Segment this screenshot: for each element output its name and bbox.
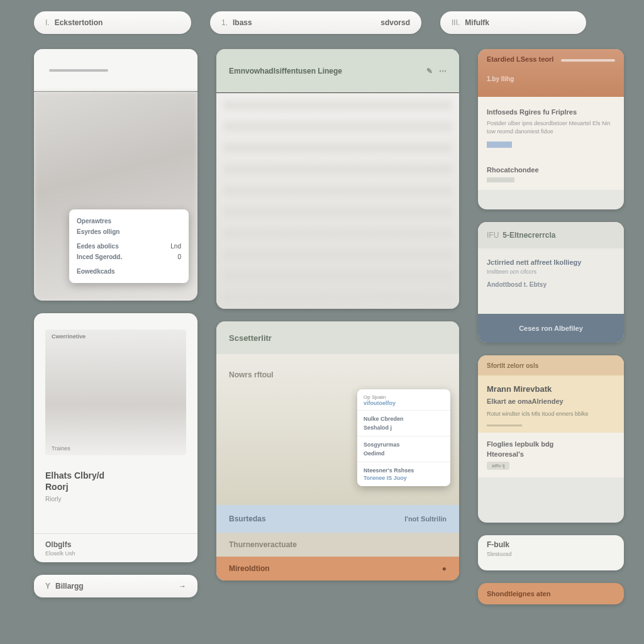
popup-link[interactable]: vifoutoelfoy bbox=[364, 400, 444, 406]
pill-label: Eckstertotion bbox=[55, 18, 103, 27]
dot-icon: ● bbox=[442, 564, 447, 573]
placeholder-line bbox=[49, 69, 108, 72]
section-body: Postder olber ipns desordbetoer Meuartel… bbox=[487, 119, 615, 135]
line-2: Insltteen ocn cifccrs bbox=[487, 269, 615, 275]
popup-menu-a[interactable]: Operawtres Esyrdes ollign Eedes abolicsL… bbox=[69, 209, 189, 283]
strip-label-right: I'not Sultrilin bbox=[404, 515, 447, 523]
card-title: Emnvowhadlsiffentusen Linege bbox=[229, 67, 342, 75]
pill-label: Billargg bbox=[55, 582, 84, 591]
popup-row[interactable]: Esyrdes ollign bbox=[77, 228, 119, 235]
card-subtitle: Elkart ae omaAlriendey bbox=[487, 397, 615, 405]
thumbnail-image: Cwerrinetive Traines bbox=[45, 330, 186, 455]
popup-row[interactable]: Nteesner's Rshses bbox=[364, 466, 444, 475]
more-icon[interactable]: ⋯ bbox=[439, 67, 447, 75]
tag-chip[interactable]: atfiv lj bbox=[487, 462, 509, 470]
section-heading: Intfoseds Rgires fu Friplres bbox=[487, 108, 615, 116]
popup-menu-b[interactable]: Op Sjoain vifoutoelfoy Nulke Cbreden Ses… bbox=[357, 389, 450, 486]
popup-row[interactable]: Eowedkcads bbox=[77, 268, 115, 275]
popup-row[interactable]: Operawtres bbox=[77, 218, 111, 225]
popup-value: Lnd bbox=[170, 243, 181, 250]
popup-row[interactable]: Nulke Cbreden bbox=[364, 414, 444, 423]
footer-sub: Eloselk Ush bbox=[45, 550, 75, 557]
card-title-line2: Roorj bbox=[45, 482, 186, 492]
popup-row[interactable]: Oedimd bbox=[364, 449, 444, 458]
card-footer[interactable]: Olbglfs Eloselk Ush bbox=[34, 533, 197, 562]
preview-card-b2[interactable]: Scsetterlitr Nowrs rftoul Op Sjoain vifo… bbox=[216, 321, 459, 580]
section-label: Nowrs rftoul bbox=[229, 370, 274, 379]
strip-label: Shondtleignes aten bbox=[487, 590, 550, 597]
strip-row[interactable]: Mireoldtion ● bbox=[216, 557, 459, 580]
title-prefix: IFU bbox=[487, 231, 499, 240]
card-subtitle: Slestoosd bbox=[487, 551, 615, 557]
card-subtitle: 1.by Ilihg bbox=[487, 75, 615, 82]
info-card-c3[interactable]: Sfortlt zelorr osls Mrann Mirevbatk Elka… bbox=[478, 355, 624, 523]
popup-header: Op Sjoain bbox=[364, 394, 444, 400]
card-title: Scsetterlitr bbox=[229, 333, 272, 343]
preview-card-b1[interactable]: Emnvowhadlsiffentusen Linege ✎ ⋯ bbox=[216, 49, 459, 309]
popup-row[interactable]: Inced Sgerodd. bbox=[77, 253, 122, 260]
popup-row[interactable]: Eedes abolics bbox=[77, 243, 119, 250]
divider-bar bbox=[487, 425, 522, 426]
popup-row[interactable]: Sosgyrurmas bbox=[364, 440, 444, 449]
line-3: Andottbosd t. Ebtsy bbox=[487, 281, 615, 288]
pill-number: Y bbox=[45, 582, 50, 591]
pill-a3[interactable]: Y Billargg → bbox=[34, 575, 197, 597]
tab-pill-2[interactable]: 1. Ibass sdvorsd bbox=[210, 11, 421, 34]
card-body: Rotut windter icls Mls Itood enners bblk… bbox=[487, 410, 615, 418]
strip-label: Mireoldtion bbox=[229, 564, 270, 573]
pill-number: I. bbox=[45, 18, 50, 27]
tab-pill-1[interactable]: I. Eckstertotion bbox=[34, 11, 191, 34]
popup-link[interactable]: Torenee IS Juoy bbox=[364, 475, 444, 481]
edit-icon[interactable]: ✎ bbox=[426, 67, 433, 75]
footer-title: Olbglfs bbox=[45, 540, 75, 549]
section-heading: Rhocatchondee bbox=[487, 166, 615, 174]
pill-label: Mifulfk bbox=[465, 18, 489, 27]
strip-row[interactable]: Bsurtedas I'not Sultrilin bbox=[216, 505, 459, 533]
image-tag: Cwerrinetive bbox=[52, 333, 86, 340]
strip-card-c5[interactable]: Shondtleignes aten bbox=[478, 583, 624, 604]
blurred-preview bbox=[216, 93, 459, 309]
footer-line-2: Hteoresal's bbox=[487, 450, 615, 458]
strip-row[interactable]: Thurnenveractuate bbox=[216, 533, 459, 557]
strip-label: Bsurtedas bbox=[229, 514, 266, 523]
document-card-a2[interactable]: Cwerrinetive Traines Elhats Clbry/d Roor… bbox=[34, 313, 197, 562]
info-card-c1[interactable]: Etardied LSess teorl 1.by Ilihg Intfosed… bbox=[478, 49, 624, 209]
arrow-icon: → bbox=[179, 582, 186, 591]
line-1: Jctirried nett affreet Ikolliegy bbox=[487, 258, 615, 266]
pill-label: Ibass bbox=[233, 18, 252, 27]
progress-bar bbox=[561, 59, 615, 62]
card-footer-button[interactable]: Ceses ron Albefiley bbox=[478, 314, 624, 343]
card-title: F-bulk bbox=[487, 540, 615, 549]
tab-pill-3[interactable]: III. Mifulfk bbox=[440, 11, 586, 34]
info-card-c2[interactable]: IFU 5-Eltnecrerrcla Jctirried nett affre… bbox=[478, 222, 624, 343]
card-title: Elhats Clbry/d bbox=[45, 470, 186, 480]
pill-number: 1. bbox=[221, 18, 228, 27]
placeholder-bar bbox=[487, 177, 514, 182]
footer-line-1: Floglies lepbulk bdg bbox=[487, 440, 615, 448]
info-card-c4[interactable]: F-bulk Slestoosd bbox=[478, 535, 624, 570]
popup-value: 0 bbox=[177, 253, 181, 260]
popup-row[interactable]: Seshalod j bbox=[364, 423, 444, 432]
card-title: Mrann Mirevbatk bbox=[487, 384, 615, 394]
pill-number: III. bbox=[452, 18, 460, 27]
pill-label-secondary: sdvorsd bbox=[380, 18, 410, 27]
progress-chip bbox=[487, 142, 512, 148]
card-subtitle: Riorly bbox=[45, 496, 186, 502]
preview-card-a1[interactable]: Operawtres Esyrdes ollign Eedes abolicsL… bbox=[34, 49, 197, 301]
strip-label: Thurnenveractuate bbox=[229, 540, 297, 549]
image-caption: Traines bbox=[52, 445, 70, 452]
strip-header: Sfortlt zelorr osls bbox=[478, 355, 624, 375]
card-title: 5-Eltnecrerrcla bbox=[502, 231, 555, 240]
